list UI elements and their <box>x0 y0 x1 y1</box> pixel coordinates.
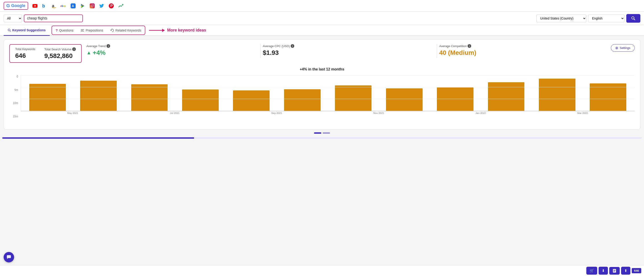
chart-bar-9[interactable] <box>488 82 524 111</box>
avg-cpc-block: Average CPC (USD) i $1.93 <box>263 44 434 56</box>
search-type-select[interactable]: All Web Image <box>4 14 22 22</box>
chart-bar-7[interactable] <box>386 88 422 111</box>
stats-row: Total Keywords 646 Total Search Volume i… <box>9 44 635 63</box>
tab-questions[interactable]: ? Questions <box>52 26 77 34</box>
chart-section: +4% in the last 12 months 15m 10m 5m 0 <box>9 67 635 125</box>
svg-rect-12 <box>90 3 95 8</box>
settings-button[interactable]: Settings <box>611 44 635 52</box>
tab-questions-label: Questions <box>59 28 73 32</box>
svg-text:A: A <box>72 4 74 8</box>
bar-group-11 <box>584 75 632 111</box>
instagram-icon[interactable] <box>89 3 95 9</box>
svg-line-21 <box>10 31 11 32</box>
bar-group-6 <box>329 75 378 111</box>
svg-marker-25 <box>111 30 112 31</box>
total-keywords-block: Total Keywords 646 <box>15 47 35 60</box>
ebay-icon[interactable]: ebay <box>60 3 67 9</box>
tab-keyword-suggestions[interactable]: Keyword Suggestions <box>4 25 50 36</box>
chart-bars-area <box>21 75 635 111</box>
chart-bar-6[interactable] <box>335 85 372 111</box>
chart-bar-5[interactable] <box>284 89 321 111</box>
language-select[interactable]: English Spanish French <box>588 14 624 22</box>
chart-bar-4[interactable] <box>233 90 270 111</box>
main-content: Total Keywords 646 Total Search Volume i… <box>0 36 644 137</box>
settings-btn-label: Settings <box>620 46 630 50</box>
svg-line-19 <box>634 19 635 20</box>
playstore-icon[interactable] <box>80 3 86 9</box>
total-search-volume-block: Total Search Volume i 9,582,860 <box>44 47 76 60</box>
chart-y-axis: 15m 10m 5m 0 <box>9 75 20 118</box>
country-select[interactable]: United States (Country) United Kingdom (… <box>536 14 586 22</box>
appstore-icon[interactable]: A <box>70 3 76 9</box>
amazon-icon[interactable]: a <box>51 3 57 9</box>
bing-icon[interactable]: b <box>41 3 48 9</box>
chart-bar-2[interactable] <box>131 84 168 111</box>
svg-point-14 <box>93 4 93 5</box>
pinterest-icon[interactable]: P <box>108 3 114 9</box>
avg-cpc-value: $1.93 <box>263 49 430 56</box>
avg-competition-value: 40 (Medium) <box>439 49 606 56</box>
bar-group-10 <box>533 75 581 111</box>
bar-group-8 <box>431 75 479 111</box>
chart-bar-11[interactable] <box>590 83 626 111</box>
chart-bar-0[interactable] <box>29 84 66 111</box>
search-bar: All Web Image United States (Country) Un… <box>0 12 644 25</box>
chart-bar-8[interactable] <box>437 88 474 111</box>
highlighted-stats: Total Keywords 646 Total Search Volume i… <box>9 44 82 63</box>
avg-cpc-label: Average CPC (USD) i <box>263 44 430 48</box>
x-label-3: Nov 2021 <box>329 112 428 115</box>
total-search-volume-value: 9,582,860 <box>44 52 76 60</box>
chart-bar-10[interactable] <box>539 79 576 111</box>
google-logo[interactable]: G Google <box>4 2 28 10</box>
x-label-1: Jul 2021 <box>125 112 224 115</box>
bar-group-9 <box>482 75 530 111</box>
chart-x-labels: May 2021Jul 2021Sep 2021Nov 2021Jan 2022… <box>21 112 635 115</box>
google-logo-text: Google <box>11 3 26 8</box>
scrollbar-thumb[interactable] <box>2 137 194 139</box>
g-letter-icon: G <box>6 3 10 8</box>
avg-trend-value: ▲ +4% <box>86 49 254 56</box>
tab-prepositions[interactable]: Prepositions <box>77 26 107 34</box>
twitter-icon[interactable] <box>98 3 105 9</box>
avg-cpc-info-icon[interactable]: i <box>291 44 294 48</box>
search-button[interactable] <box>626 14 640 23</box>
x-label-0: May 2021 <box>23 112 122 115</box>
avg-trend-label: Average Trend i <box>86 44 254 48</box>
svg-text:P: P <box>110 4 113 8</box>
scroll-dot-2[interactable] <box>323 132 330 134</box>
avg-competition-label: Average Competition i <box>439 44 606 48</box>
bar-group-7 <box>380 75 428 111</box>
search-input[interactable] <box>27 16 80 20</box>
x-label-4: Jan 2022 <box>431 112 530 115</box>
bar-group-0 <box>23 75 72 111</box>
divider-1 <box>260 44 260 58</box>
arrow-icon <box>149 28 165 33</box>
horizontal-scrollbar[interactable] <box>2 137 642 139</box>
avg-competition-block: Average Competition i 40 (Medium) <box>439 44 611 56</box>
svg-point-28 <box>616 47 618 48</box>
search-input-wrap <box>24 14 83 22</box>
tabs-group-box: ? Questions Prepositions Related Keyword… <box>52 26 145 35</box>
total-keywords-label: Total Keywords <box>15 47 35 51</box>
more-ideas-section: More keyword ideas <box>149 28 206 33</box>
trends-icon[interactable] <box>118 3 124 9</box>
tab-related-keywords[interactable]: Related Keywords <box>107 26 145 34</box>
top-nav: G Google b a ebay <box>0 0 644 12</box>
scroll-dot-1[interactable] <box>314 132 321 134</box>
x-label-2: Sep 2021 <box>227 112 326 115</box>
avg-trend-info-icon[interactable]: i <box>106 44 110 48</box>
chart-bar-1[interactable] <box>80 81 117 111</box>
youtube-icon[interactable] <box>32 3 38 9</box>
x-label-5: Mar 2022 <box>533 112 632 115</box>
tab-prepositions-label: Prepositions <box>86 28 103 32</box>
chart-bar-3[interactable] <box>182 90 219 111</box>
search-volume-info-icon[interactable]: i <box>72 47 76 51</box>
total-keywords-value: 646 <box>15 52 35 59</box>
bar-group-4 <box>227 75 276 111</box>
tabs-bar: Keyword Suggestions ? Questions Preposit… <box>0 25 644 36</box>
avg-competition-info-icon[interactable]: i <box>468 44 471 48</box>
svg-marker-27 <box>162 29 165 32</box>
scroll-dots <box>4 132 640 134</box>
svg-text:ebay: ebay <box>60 4 66 7</box>
tab-keyword-suggestions-label: Keyword Suggestions <box>12 28 46 32</box>
